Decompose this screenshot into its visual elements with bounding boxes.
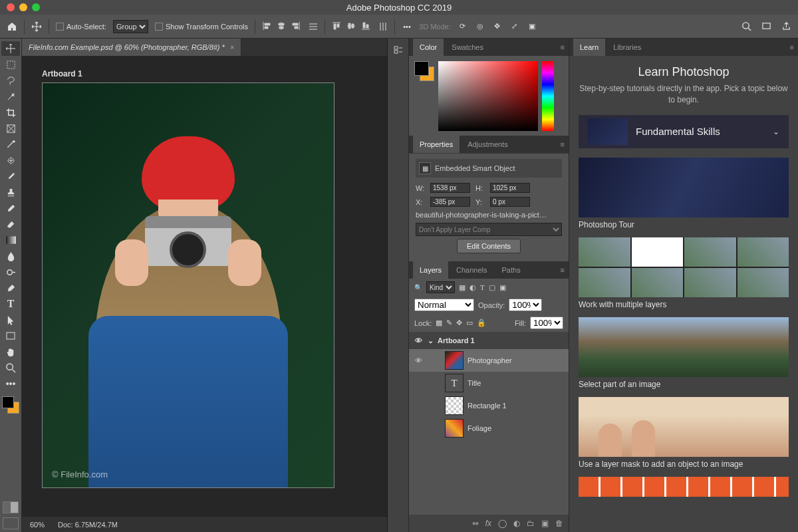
learn-category[interactable]: Fundamental Skills ⌄ <box>579 115 789 148</box>
height-input[interactable] <box>490 183 530 193</box>
align-vcenter-icon[interactable] <box>346 21 357 32</box>
tutorial-item[interactable]: Use a layer mask to add an object to an … <box>579 397 789 469</box>
align-bottom-icon[interactable] <box>361 21 372 32</box>
tutorial-item[interactable] <box>579 477 789 497</box>
blend-mode-select[interactable]: Normal <box>414 299 474 311</box>
stamp-tool[interactable] <box>1 185 20 200</box>
brush-tool[interactable] <box>1 169 20 184</box>
y-input[interactable] <box>490 197 530 207</box>
panel-menu-icon[interactable]: ≡ <box>561 140 565 148</box>
gradient-tool[interactable] <box>1 233 20 247</box>
home-icon[interactable] <box>7 21 17 32</box>
doc-size[interactable]: Doc: 6.75M/24.7M <box>58 521 118 529</box>
close-tab-icon[interactable]: × <box>230 43 234 51</box>
layer-item[interactable]: T Title <box>409 372 569 394</box>
window-close-icon[interactable] <box>7 3 15 11</box>
tab-adjustments[interactable]: Adjustments <box>461 136 515 153</box>
dodge-tool[interactable] <box>1 265 20 279</box>
zoom-tool[interactable] <box>1 360 20 375</box>
opacity-select[interactable]: 100% <box>509 299 542 311</box>
fg-bg-swatch[interactable] <box>414 61 434 81</box>
edit-contents-button[interactable]: Edit Contents <box>457 239 521 253</box>
document-tab[interactable]: FileInfo.com Example.psd @ 60% (Photogra… <box>22 39 241 56</box>
width-input[interactable] <box>430 183 470 193</box>
layer-fx-icon[interactable]: fx <box>485 519 491 528</box>
path-select-tool[interactable] <box>1 313 20 327</box>
layer-mask-icon[interactable]: ◯ <box>498 519 507 528</box>
distribute-v-icon[interactable] <box>378 22 388 31</box>
lock-artboard-icon[interactable]: ▭ <box>466 319 473 327</box>
share-icon[interactable] <box>781 21 791 32</box>
history-panel-icon[interactable] <box>391 43 406 57</box>
layer-item[interactable]: Rectangle 1 <box>409 394 569 417</box>
layer-comp-select[interactable]: Don't Apply Layer Comp <box>416 223 562 236</box>
lock-position-icon[interactable]: ✥ <box>456 319 462 327</box>
tab-layers[interactable]: Layers <box>413 261 448 279</box>
tutorial-item[interactable]: Work with multiple layers <box>579 237 789 309</box>
screenmode-toggle-icon[interactable] <box>3 517 19 529</box>
magic-wand-tool[interactable] <box>1 89 20 104</box>
layer-filter-select[interactable]: Kind <box>426 281 455 293</box>
link-layers-icon[interactable]: ⇔ <box>472 519 479 528</box>
adjustment-layer-icon[interactable]: ◐ <box>513 519 520 528</box>
move-tool-icon[interactable] <box>31 21 42 32</box>
fill-select[interactable]: 100% <box>530 317 563 329</box>
search-icon[interactable] <box>741 21 751 32</box>
align-right-icon[interactable] <box>291 21 302 32</box>
color-swatch[interactable] <box>2 396 19 414</box>
window-minimize-icon[interactable] <box>19 3 27 11</box>
lock-image-icon[interactable]: ✎ <box>446 319 452 327</box>
new-layer-icon[interactable]: ▣ <box>541 519 549 528</box>
marquee-tool[interactable] <box>1 57 20 72</box>
align-top-icon[interactable] <box>332 21 342 32</box>
visibility-icon[interactable]: 👁 <box>413 336 424 344</box>
canvas[interactable]: Artboard 1 © FileInfo.com <box>22 56 387 516</box>
color-field[interactable] <box>438 61 538 131</box>
panel-menu-icon[interactable]: ≡ <box>561 43 565 51</box>
history-brush-tool[interactable] <box>1 201 20 215</box>
zoom-level[interactable]: 60% <box>30 521 45 529</box>
filter-smartobj-icon[interactable]: ▣ <box>499 283 506 292</box>
show-transform-checkbox[interactable]: Show Transform Controls <box>155 23 248 31</box>
tab-properties[interactable]: Properties <box>413 136 460 153</box>
eraser-tool[interactable] <box>1 217 20 231</box>
hue-slider[interactable] <box>542 61 554 131</box>
lasso-tool[interactable] <box>1 73 20 88</box>
shape-tool[interactable] <box>1 329 20 343</box>
layer-item[interactable]: Foliage <box>409 417 569 440</box>
tab-swatches[interactable]: Swatches <box>445 39 490 56</box>
tab-learn[interactable]: Learn <box>573 39 605 56</box>
edit-toolbar-icon[interactable]: ••• <box>1 376 20 391</box>
group-layers-icon[interactable]: 🗀 <box>527 519 535 528</box>
type-tool[interactable]: T <box>1 297 20 311</box>
healing-tool[interactable] <box>1 153 20 168</box>
layer-item[interactable]: 👁 Photographer <box>409 349 569 372</box>
tab-channels[interactable]: Channels <box>450 261 493 279</box>
filter-shape-icon[interactable]: ▢ <box>489 283 495 292</box>
frame-tool[interactable] <box>1 121 20 136</box>
quickmask-icon[interactable] <box>3 501 19 513</box>
tab-color[interactable]: Color <box>413 39 444 56</box>
align-hcenter-icon[interactable] <box>277 21 287 32</box>
tab-libraries[interactable]: Libraries <box>606 39 648 56</box>
align-left-icon[interactable] <box>262 21 273 32</box>
more-options-icon[interactable]: ••• <box>402 21 412 32</box>
crop-tool[interactable] <box>1 105 20 120</box>
panel-menu-icon[interactable]: ≡ <box>790 43 794 51</box>
tutorial-item[interactable]: Select part of an image <box>579 317 789 389</box>
filter-type-icon[interactable]: T <box>480 283 485 291</box>
lock-transparency-icon[interactable]: ▩ <box>436 319 442 327</box>
layer-artboard[interactable]: 👁 ⌄ Artboard 1 <box>409 332 569 349</box>
lock-all-icon[interactable]: 🔒 <box>477 319 486 327</box>
screen-mode-icon[interactable] <box>761 21 771 32</box>
auto-select-target[interactable]: Group <box>113 20 148 33</box>
panel-menu-icon[interactable]: ≡ <box>561 266 565 274</box>
visibility-icon[interactable]: 👁 <box>413 356 424 364</box>
tutorial-item[interactable]: Photoshop Tour <box>579 158 789 229</box>
eyedropper-tool[interactable] <box>1 137 20 152</box>
hand-tool[interactable] <box>1 344 20 359</box>
x-input[interactable] <box>430 197 470 207</box>
move-tool[interactable] <box>1 41 20 56</box>
delete-layer-icon[interactable]: 🗑 <box>555 519 563 528</box>
filter-image-icon[interactable]: ▦ <box>459 283 466 292</box>
